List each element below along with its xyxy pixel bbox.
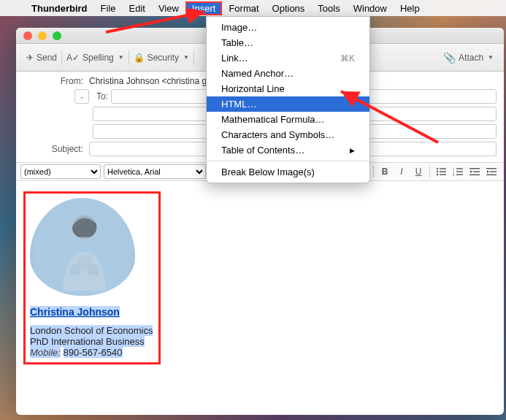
menu-item-table[interactable]: Table… bbox=[207, 35, 369, 50]
menu-item-table-of-contents[interactable]: Table of Contents…▶ bbox=[207, 142, 369, 158]
font-family-select[interactable]: Helvetica, Arial bbox=[104, 164, 206, 179]
menu-item-characters-symbols[interactable]: Characters and Symbols… bbox=[207, 127, 369, 142]
subject-label: Subject: bbox=[23, 144, 89, 154]
menu-item-break-below-images[interactable]: Break Below Image(s) bbox=[207, 164, 369, 180]
svg-rect-15 bbox=[473, 171, 480, 172]
signature-line-2: PhD International Business bbox=[30, 336, 145, 347]
indent-button[interactable] bbox=[483, 164, 499, 179]
menu-item-image[interactable]: Image… bbox=[207, 20, 369, 35]
menu-format[interactable]: Format bbox=[222, 1, 265, 15]
svg-point-21 bbox=[73, 215, 96, 239]
svg-rect-13 bbox=[456, 174, 463, 175]
attach-button[interactable]: 📎 Attach ▼ bbox=[439, 50, 498, 66]
window-minimize-icon[interactable] bbox=[38, 31, 47, 40]
svg-text:3: 3 bbox=[453, 173, 455, 176]
annotation-highlight-box: Christina Johnson London School of Econo… bbox=[23, 191, 161, 364]
from-label: From: bbox=[23, 76, 89, 86]
menu-window[interactable]: Window bbox=[347, 1, 394, 15]
menu-item-horizontal-line[interactable]: Horizontal Line bbox=[207, 81, 369, 96]
outdent-button[interactable] bbox=[467, 164, 483, 179]
svg-rect-5 bbox=[440, 171, 446, 172]
window-close-icon[interactable] bbox=[23, 31, 32, 40]
svg-point-6 bbox=[437, 174, 438, 175]
svg-rect-7 bbox=[440, 174, 446, 175]
send-button[interactable]: ✈ Send bbox=[22, 50, 62, 65]
chevron-down-icon: ▼ bbox=[118, 54, 124, 61]
svg-rect-20 bbox=[34, 198, 131, 296]
compose-body[interactable]: Christina Johnson London School of Econo… bbox=[16, 181, 504, 415]
svg-rect-9 bbox=[456, 168, 463, 169]
menu-tools[interactable]: Tools bbox=[311, 1, 346, 15]
menu-item-named-anchor[interactable]: Named Anchor… bbox=[207, 66, 369, 81]
svg-rect-17 bbox=[486, 168, 497, 169]
bullet-list-button[interactable] bbox=[433, 164, 449, 179]
menu-options[interactable]: Options bbox=[266, 1, 312, 15]
svg-rect-18 bbox=[490, 171, 497, 172]
bold-button[interactable]: B bbox=[377, 164, 393, 179]
menu-item-link[interactable]: Link…⌘K bbox=[207, 50, 369, 66]
insert-dropdown: Image… Table… Link…⌘K Named Anchor… Hori… bbox=[206, 16, 370, 183]
svg-point-4 bbox=[437, 171, 438, 172]
chevron-down-icon: ▼ bbox=[488, 54, 494, 61]
svg-rect-19 bbox=[486, 175, 497, 175]
send-icon: ✈ bbox=[26, 53, 34, 63]
chevron-down-icon: ▼ bbox=[183, 54, 189, 61]
menu-help[interactable]: Help bbox=[394, 1, 426, 15]
menu-file[interactable]: File bbox=[94, 1, 123, 15]
signature-line-1: London School of Economics bbox=[30, 325, 153, 336]
menu-insert[interactable]: Insert bbox=[185, 1, 223, 15]
underline-button[interactable]: U bbox=[410, 164, 426, 179]
signature-name: Christina Johnson bbox=[30, 306, 120, 318]
paperclip-icon: 📎 bbox=[443, 52, 456, 64]
menu-item-html[interactable]: HTML… bbox=[207, 96, 369, 112]
svg-rect-3 bbox=[440, 168, 446, 169]
signature-mobile-value: 890-567-6540 bbox=[64, 347, 123, 358]
menu-view[interactable]: View bbox=[152, 1, 185, 15]
svg-point-2 bbox=[437, 168, 438, 169]
menu-edit[interactable]: Edit bbox=[123, 1, 152, 15]
security-button[interactable]: 🔒 Security ▼ bbox=[129, 50, 194, 65]
signature-mobile-label: Mobile: bbox=[30, 347, 61, 358]
paragraph-style-select[interactable]: (mixed) bbox=[20, 164, 101, 179]
app-name[interactable]: Thunderbird bbox=[25, 3, 94, 14]
svg-rect-14 bbox=[469, 168, 480, 169]
to-label: To: bbox=[96, 91, 111, 102]
svg-rect-16 bbox=[469, 175, 480, 175]
italic-button[interactable]: I bbox=[394, 164, 410, 179]
numbered-list-button[interactable]: 123 bbox=[450, 164, 466, 179]
menu-separator bbox=[207, 161, 369, 161]
lock-icon: 🔒 bbox=[134, 53, 145, 63]
to-field-selector[interactable]: ⌄ bbox=[74, 89, 89, 104]
email-signature: Christina Johnson London School of Econo… bbox=[30, 198, 153, 358]
spellcheck-icon: A✓ bbox=[66, 53, 80, 63]
menu-item-math-formula[interactable]: Mathematical Formula… bbox=[207, 112, 369, 127]
spelling-button[interactable]: A✓ Spelling ▼ bbox=[62, 50, 129, 65]
window-zoom-icon[interactable] bbox=[53, 31, 61, 40]
submenu-arrow-icon: ▶ bbox=[350, 147, 355, 154]
svg-rect-11 bbox=[456, 171, 463, 172]
signature-avatar bbox=[30, 198, 135, 296]
